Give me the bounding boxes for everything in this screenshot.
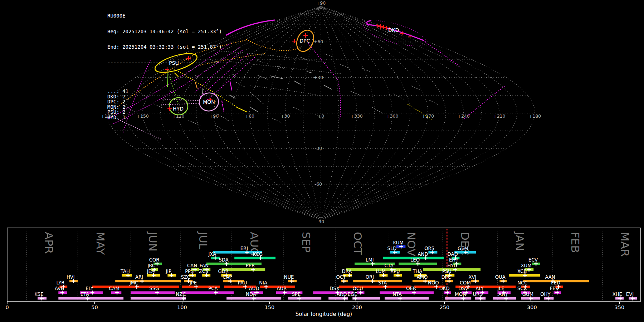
shower-code-label: URS xyxy=(473,292,483,297)
svg-text:+30: +30 xyxy=(314,75,323,80)
activity-bar xyxy=(380,291,434,294)
shower-count-line: PSU: 2 xyxy=(107,109,228,115)
activity-bar xyxy=(234,257,275,259)
shower-code-label: LMI xyxy=(366,257,374,263)
shower-code-label: TAH xyxy=(120,269,130,274)
shower-JEA: JEA xyxy=(147,269,160,277)
shower-code-label: DPC xyxy=(441,274,451,280)
activity-bar xyxy=(339,286,411,288)
shower-code-label: JEA xyxy=(147,269,155,274)
shower-code-label: OCT xyxy=(336,274,346,280)
shower-code-label: DRA xyxy=(342,269,352,274)
shower-OHY: OHY xyxy=(540,292,553,300)
shower-code-label: NUE xyxy=(284,274,294,280)
shower-code-label: PPS xyxy=(185,269,194,274)
shower-code-label: ETA xyxy=(80,292,89,297)
shower-code-label: AMO xyxy=(417,274,428,280)
svg-text:+210: +210 xyxy=(493,113,505,119)
meteor-radiant-cross xyxy=(379,24,383,29)
shower-HVI: HVI xyxy=(67,274,78,283)
svg-text:+60: +60 xyxy=(245,113,254,119)
shower-code-label: STA xyxy=(378,280,387,286)
meteor-observation-screen: +90-90+60+30-30-60+180+150+120+90+60+30+… xyxy=(0,0,644,322)
shower-code-label: KCG xyxy=(253,252,263,257)
shower-code-label: AVB xyxy=(55,286,64,291)
shower-code-label: EGE xyxy=(348,292,357,297)
month-label: OCT xyxy=(351,232,364,255)
x-tick-label: 350 xyxy=(614,304,624,310)
month-label: APR xyxy=(43,232,55,254)
svg-text:+180: +180 xyxy=(529,113,541,119)
shower-XHE: XHE xyxy=(613,292,624,300)
shower-code-label: JPE xyxy=(189,280,197,286)
shower-code-label: GDR xyxy=(218,269,229,274)
shower-code-label: SZC xyxy=(181,274,191,280)
shower-code-label: FED xyxy=(551,280,560,286)
shower-code-label: JXA xyxy=(208,252,216,257)
month-label: SEP xyxy=(300,232,313,253)
shower-count-line: ...: 41 xyxy=(107,89,228,94)
shower-code-label: ARI xyxy=(135,274,143,280)
shower-NUE: NUE xyxy=(284,274,297,283)
shower-code-label: JRC xyxy=(147,263,155,268)
shower-AHY: AHY xyxy=(493,292,516,300)
end-time-line: End: 20251204 03:32:33 (sol = 251.87°) xyxy=(107,44,228,50)
shower-count-line: DKD: 7 xyxy=(107,94,228,99)
shower-code-label: ALY xyxy=(475,286,484,291)
shower-code-label: JIP xyxy=(165,269,171,274)
activity-bar xyxy=(58,297,123,299)
shower-code-label: OHY xyxy=(540,292,551,297)
shower-XCB: XCB xyxy=(509,269,540,277)
shower-code-label: THA xyxy=(412,269,422,274)
month-label: JUN xyxy=(146,231,159,252)
info-panel: RU000E Beg: 20251203 14:46:42 (sol = 251… xyxy=(107,3,228,130)
shower-code-label: JLE xyxy=(497,286,504,291)
shower-activity-rows: KUMERISLDORSGEMJXAKCGANDDADCORSDALMILEOE… xyxy=(34,240,637,301)
svg-text:+90: +90 xyxy=(316,0,326,6)
activity-bar xyxy=(423,268,480,271)
shower-code-label: MON xyxy=(455,292,466,297)
radiant-label: DKD xyxy=(388,27,399,33)
shower-code-label: CTA xyxy=(385,263,394,268)
shower-code-label: XVI xyxy=(468,274,476,280)
shower-code-label: GUM xyxy=(522,292,533,297)
x-tick-label: 50 xyxy=(91,304,98,310)
shower-code-label: EHY xyxy=(449,257,459,263)
shower-code-label: RPU xyxy=(390,269,400,274)
shower-code-label: GEM xyxy=(458,246,468,251)
x-tick-label: 0 xyxy=(5,304,9,310)
shower-code-label: DSV xyxy=(458,286,468,291)
month-label: MAR xyxy=(619,232,631,257)
separator-line: ---------------------------------------- xyxy=(107,60,228,65)
shower-code-label: NIA xyxy=(259,280,267,286)
shower-code-label: FAN xyxy=(200,263,209,268)
shower-JIP: JIP xyxy=(165,269,176,277)
meteor-radiant-cross xyxy=(292,39,297,43)
shower-code-label: KSE xyxy=(34,292,43,297)
svg-text:+30: +30 xyxy=(280,113,290,119)
shower-code-label: SLD xyxy=(387,246,397,251)
begin-time-line: Beg: 20251203 14:46:42 (sol = 251.33°) xyxy=(107,29,228,34)
svg-text:+60: +60 xyxy=(314,39,323,44)
shower-code-label: HYD xyxy=(447,263,457,268)
activity-timeline: APRMAYJUNJULAUGSEPOCTNOVDECJANFEBMARKUME… xyxy=(5,228,640,310)
activity-bar xyxy=(385,297,429,299)
shower-code-label: QUA xyxy=(495,274,506,280)
shower-code-label: OER xyxy=(406,286,416,291)
meteor-radiant-cross xyxy=(303,33,308,38)
shower-code-label: PER xyxy=(246,263,255,268)
month-label: JUL xyxy=(197,231,210,250)
shower-code-label: ERI xyxy=(240,246,248,251)
shower-code-label: NDA xyxy=(246,292,256,297)
x-axis: 050100150200250300350 xyxy=(5,302,624,310)
shower-code-label: ORI xyxy=(366,274,374,280)
activity-bar xyxy=(181,291,234,294)
shower-code-label: JMC xyxy=(129,280,138,286)
x-axis-title: Solar longitude (deg) xyxy=(4,311,644,317)
svg-text:-30: -30 xyxy=(315,146,322,151)
month-label: MAY xyxy=(94,232,107,255)
shower-count-line: HYD: 1 xyxy=(107,115,228,120)
shower-code-label: DAD xyxy=(448,252,458,257)
shower-code-label: NZC xyxy=(176,292,186,297)
station-id: RU000E xyxy=(107,13,228,19)
